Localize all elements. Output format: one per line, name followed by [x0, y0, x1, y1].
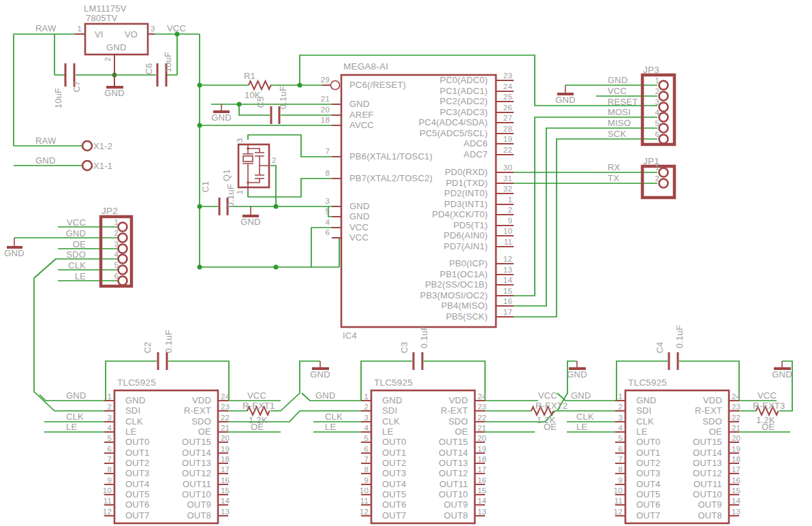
mega8-pin-number: 31	[503, 174, 512, 183]
jp3-pin-number: 5	[655, 119, 659, 127]
net-label-gnd: GND	[66, 390, 87, 401]
rext1-name: R-EXT1	[243, 401, 275, 411]
mega8-pin-label: PC2(ADC2)	[440, 96, 488, 106]
tlc2-pin-label: OUT13	[439, 458, 468, 468]
c3-value: 0.1uF	[419, 325, 429, 348]
tlc3-pin-label: OUT8	[698, 510, 722, 521]
tlc2-pin-number: 1	[364, 392, 369, 401]
jp3-signal-label: MOSI	[608, 107, 631, 117]
gnd-label: GND	[567, 369, 587, 380]
tlc1-pin-number: 6	[107, 445, 112, 453]
pin-number: 1	[77, 25, 82, 33]
mega8-pin-number: 7	[325, 147, 330, 155]
tlc3-pin-number: 24	[732, 392, 741, 401]
tlc2-pin-number: 17	[478, 465, 486, 474]
tlc2-pin-number: 2	[364, 403, 369, 411]
c2-value: 0.1uF	[163, 330, 174, 353]
tlc2-pin-label: OUT9	[444, 499, 468, 510]
tlc3-pin-label: VDD	[703, 395, 722, 405]
mega8-pin-label: PD3(INT1)	[444, 199, 488, 209]
jp2-signal-label: VCC	[67, 217, 86, 228]
gnd-label: GND	[4, 248, 25, 258]
gnd-label: GND	[772, 369, 792, 380]
tlc1-pin-label: OUT8	[187, 510, 211, 521]
jp2-title: JP2	[102, 206, 118, 216]
mega8-pin-label: ADC7	[464, 149, 488, 159]
tlc1-pin-number: 14	[221, 497, 230, 505]
jp2-signal-label: OE	[73, 239, 86, 249]
mega8-pin-label: PC1(ADC1)	[440, 86, 488, 96]
tlc3-pin-number: 11	[614, 497, 623, 505]
tlc1-pin-number: 15	[221, 486, 230, 495]
tlc3-pin-label: OUT7	[636, 510, 660, 521]
c2-name: C2	[142, 341, 153, 353]
pad-x1-1	[82, 161, 92, 170]
mega8-pin-number: 27	[503, 114, 512, 122]
tlc2-pin-label: VDD	[449, 395, 468, 405]
mega8-pin-label: PB0(ICP)	[449, 258, 488, 268]
mega8-pin-label: PD5(T1)	[453, 220, 488, 230]
schematic-page: LM11175V 7805TV VI VO GND 1 3 2 RAW VCC …	[0, 0, 812, 526]
mega8-pin-label: GND	[349, 201, 370, 211]
mega8-pin-number: 20	[321, 106, 330, 114]
pad-label: X1-2	[93, 141, 112, 151]
mega8-pin-number: 8	[325, 169, 330, 177]
tlc2-pin-label: OUT2	[382, 458, 406, 468]
tlc3-pin-number: 15	[732, 486, 740, 495]
tlc2-pin-label: GND	[382, 395, 403, 405]
tlc3-pin-number: 4	[618, 424, 623, 432]
tlc3-pin-number: 20	[732, 434, 740, 442]
jp3-signal-label: GND	[608, 75, 628, 85]
tlc3-pin-number: 12	[614, 508, 623, 516]
net-label-gnd: GND	[35, 155, 56, 166]
tlc3-pin-number: 9	[618, 476, 623, 484]
tlc1-pin-number: 1	[107, 392, 112, 401]
mega8-pin-label: PB6(XTAL1/TOSC1)	[349, 151, 433, 161]
mega8-pin-label: PD1(TXD)	[446, 178, 488, 188]
c7-value: 10uF	[53, 88, 63, 108]
mega8-pin-label: VCC	[349, 222, 369, 232]
c1-name: C1	[200, 181, 210, 192]
tlc2-pin-number: 23	[478, 403, 486, 411]
wire-vcc-row	[200, 228, 339, 267]
tlc2-pin-number: 5	[364, 434, 369, 442]
c4-value: 0.1uF	[674, 325, 685, 348]
tlc3-pin-number: 8	[618, 465, 623, 474]
net-label-raw: RAW	[35, 136, 57, 146]
tlc1-pin-label: OUT9	[187, 499, 211, 510]
tlc1-pin-label: LE	[125, 427, 136, 437]
tlc1-pin-label: SDO	[191, 416, 211, 427]
tlc2-pin-label: OUT12	[439, 468, 468, 478]
tlc1-pin-label: OUT2	[125, 458, 149, 468]
mega8-pin-label: VCC	[349, 232, 369, 243]
mega8-pin-number: 15	[503, 287, 512, 295]
tlc1-pin-label: VDD	[192, 395, 211, 405]
net-label-vcc: VCC	[167, 23, 186, 33]
pin-number: 3	[151, 25, 155, 33]
tlc2-pin-number: 22	[478, 414, 486, 422]
tlc5925-driver-1: TLC5925 C2 0.1uF GND CLK LE VCC R-EXT1 1…	[66, 330, 330, 523]
jp2-pin-number: 2	[114, 229, 119, 237]
mega8-pin-label: PB7(XTAL2/TOSC2)	[349, 173, 433, 183]
mega8-pin-label: PB1(OC1A)	[440, 269, 488, 279]
tlc3-pin-label: OUT5	[636, 489, 660, 499]
tlc2-pin-label: OUT7	[382, 510, 406, 521]
tlc1-pin-label: OUT3	[125, 468, 149, 478]
tlc3-pin-number: 7	[618, 455, 623, 463]
tlc3-pin-label: OUT4	[636, 479, 660, 489]
tlc2-pin-label: OUT3	[382, 468, 406, 478]
jp2-signal-label: GND	[66, 228, 87, 238]
mega8-pin-number: 3	[325, 197, 330, 205]
tlc1-pin-number: 23	[221, 403, 230, 411]
net-label-vcc: VCC	[538, 390, 557, 401]
mega8-pin-number: 12	[503, 255, 512, 263]
crystal-pin2: 2	[272, 156, 277, 164]
wire-jp3-jp1	[514, 85, 657, 317]
jp3-signal-label: VCC	[608, 86, 627, 96]
mega8-pin-label: PD4(XCK/T0)	[432, 209, 488, 219]
reset-inversion-circle	[331, 81, 340, 90]
rext2-name: R-EXT2	[535, 401, 567, 411]
r1-resistor	[249, 81, 271, 89]
c4-name: C4	[655, 341, 665, 353]
tlc1-pin-number: 4	[107, 424, 112, 432]
